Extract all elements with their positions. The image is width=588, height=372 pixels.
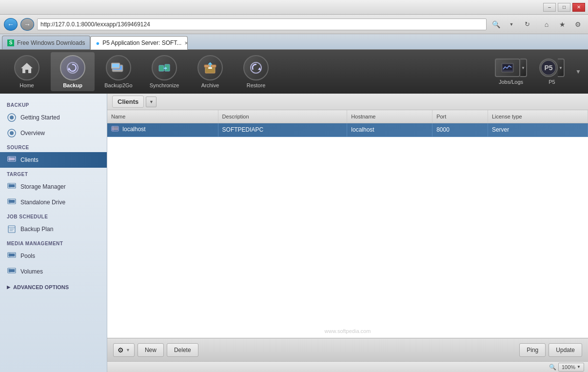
sidebar-label-clients: Clients bbox=[20, 157, 39, 163]
new-button[interactable]: New bbox=[137, 343, 164, 357]
table-body: localhost SOFTPEDIAPC localhost 8000 Ser… bbox=[107, 123, 588, 137]
sidebar-item-standalone-drive[interactable]: Standalone Drive bbox=[0, 195, 107, 210]
toolbar-p5-label: P5 bbox=[549, 79, 555, 85]
zoom-level: 100% bbox=[562, 364, 575, 370]
svg-text:P5: P5 bbox=[544, 64, 552, 72]
sidebar-section-target: TARGET bbox=[0, 168, 107, 179]
delete-button[interactable]: Delete bbox=[167, 343, 198, 357]
sidebar-label-standalone-drive: Standalone Drive bbox=[20, 199, 65, 206]
search-dropdown-icon[interactable]: ▼ bbox=[505, 18, 518, 31]
p5-dropdown-arrow[interactable]: ▼ bbox=[558, 59, 565, 77]
toolbar-restore-label: Restore bbox=[247, 82, 266, 88]
table-row[interactable]: localhost SOFTPEDIAPC localhost 8000 Ser… bbox=[107, 123, 588, 137]
cell-port: 8000 bbox=[432, 123, 488, 137]
panel-dropdown-button[interactable]: ▼ bbox=[146, 97, 157, 107]
table-header: Name Description Hostname Port License t… bbox=[107, 110, 588, 123]
home-nav-icon[interactable]: ⌂ bbox=[540, 18, 553, 31]
tab-free-windows[interactable]: S Free Windows Downloads bbox=[2, 36, 90, 49]
toolbar-backup-label: Backup bbox=[63, 82, 82, 88]
content-empty-space: www.softpedia.com bbox=[107, 222, 588, 338]
tab-favicon-2: ● bbox=[96, 39, 99, 46]
sidebar-section-backup: BACKUP bbox=[0, 98, 107, 110]
back-button[interactable]: ← bbox=[4, 18, 18, 31]
ping-button[interactable]: Ping bbox=[519, 343, 546, 357]
svg-point-21 bbox=[10, 131, 14, 135]
sidebar-section-job-schedule: JOB SCHEDULE bbox=[0, 210, 107, 221]
toolbar-backup2go[interactable]: Backup2Go bbox=[97, 52, 140, 91]
update-button[interactable]: Update bbox=[549, 343, 582, 357]
toolbar-home[interactable]: Home bbox=[5, 52, 49, 91]
bottom-action-bar: ⚙ ▼ New Delete Ping Update bbox=[107, 338, 588, 361]
col-name: Name bbox=[107, 110, 218, 123]
sidebar-label-volumes: Volumes bbox=[20, 268, 43, 275]
search-icon[interactable]: 🔍 bbox=[490, 18, 502, 31]
address-bar[interactable]: http://127.0.0.1:8000/lexxapp/1369469124 bbox=[37, 19, 487, 30]
new-button-label: New bbox=[145, 347, 157, 353]
sidebar-item-pools[interactable]: Pools bbox=[0, 248, 107, 264]
archive-icon bbox=[197, 55, 223, 80]
svg-marker-1 bbox=[68, 67, 71, 70]
sidebar-item-volumes[interactable]: Volumes bbox=[0, 264, 107, 279]
gear-dropdown-icon: ▼ bbox=[126, 348, 130, 352]
browser-titlebar: – □ ✕ bbox=[0, 0, 588, 15]
getting-started-icon bbox=[7, 113, 17, 122]
gear-button[interactable]: ⚙ ▼ bbox=[113, 343, 135, 357]
cell-hostname: localhost bbox=[347, 123, 432, 137]
titlebar-buttons: – □ ✕ bbox=[543, 3, 585, 12]
tab-p5-server[interactable]: ● P5 Application Server: SOFT... ✕ bbox=[90, 36, 188, 50]
close-button[interactable]: ✕ bbox=[572, 3, 585, 12]
toolbar-archive[interactable]: Archive bbox=[188, 52, 232, 91]
status-bar: 🔍 100% ▼ bbox=[107, 361, 588, 372]
sidebar-item-getting-started[interactable]: Getting Started bbox=[0, 110, 107, 125]
jobs-dropdown-arrow[interactable]: ▼ bbox=[520, 59, 527, 77]
toolbar-backup[interactable]: Backup bbox=[51, 52, 95, 91]
sidebar-item-clients[interactable]: Clients bbox=[0, 152, 107, 168]
panel-title: Clients bbox=[112, 96, 144, 108]
sidebar-item-overview[interactable]: Overview bbox=[0, 125, 107, 141]
synchronize-icon bbox=[152, 55, 177, 80]
sidebar-item-backup-plan[interactable]: Backup Plan bbox=[0, 221, 107, 237]
col-description: Description bbox=[218, 110, 347, 123]
home-icon bbox=[14, 55, 39, 80]
maximize-button[interactable]: □ bbox=[558, 3, 570, 12]
zoom-icon: 🔍 bbox=[549, 364, 556, 371]
toolbar-synchronize-label: Synchronize bbox=[150, 82, 179, 88]
toolbar-synchronize[interactable]: Synchronize bbox=[142, 52, 186, 91]
svg-marker-13 bbox=[258, 67, 261, 70]
tab-label-1: Free Windows Downloads bbox=[17, 39, 85, 46]
content-area: Clients ▼ Name Description Hostname Port… bbox=[107, 94, 588, 372]
refresh-icon[interactable]: ↻ bbox=[521, 18, 533, 31]
tab-favicon-1: S bbox=[7, 39, 14, 46]
tab-close-button[interactable]: ✕ bbox=[184, 39, 188, 46]
jobs-icon-group: ▼ bbox=[495, 59, 527, 77]
sidebar-label-backup-plan: Backup Plan bbox=[20, 226, 53, 233]
delete-button-label: Delete bbox=[174, 347, 191, 353]
app-toolbar: Home Backup Backup2Go bbox=[0, 50, 588, 94]
more-toolbar-button[interactable]: ▼ bbox=[573, 52, 583, 91]
sidebar-item-storage-manager[interactable]: Storage Manager bbox=[0, 179, 107, 195]
overview-icon bbox=[7, 128, 17, 138]
sidebar-label-storage-manager: Storage Manager bbox=[20, 183, 66, 190]
zoom-control[interactable]: 100% ▼ bbox=[558, 363, 584, 372]
toolbar-backup2go-label: Backup2Go bbox=[104, 82, 132, 88]
pools-icon bbox=[7, 251, 17, 261]
data-table: Name Description Hostname Port License t… bbox=[107, 110, 588, 222]
toolbar-restore[interactable]: Restore bbox=[234, 52, 278, 91]
toolbar-jobs-logs[interactable]: ▼ Jobs/Logs bbox=[491, 52, 530, 91]
p5-icon: P5 bbox=[539, 59, 558, 77]
tab-label-2: P5 Application Server: SOFT... bbox=[102, 39, 181, 46]
sidebar-section-source: SOURCE bbox=[0, 141, 107, 152]
toolbar-jobs-label: Jobs/Logs bbox=[499, 79, 523, 85]
content-header: Clients ▼ bbox=[107, 94, 588, 110]
svg-rect-5 bbox=[112, 64, 119, 67]
cell-description: SOFTPEDIAPC bbox=[218, 123, 347, 137]
forward-button[interactable]: → bbox=[20, 18, 34, 31]
favorites-icon[interactable]: ★ bbox=[556, 18, 568, 31]
toolbar-p5[interactable]: P5 ▼ P5 bbox=[532, 52, 571, 91]
advanced-options[interactable]: ▶ ADVANCED OPTIONS bbox=[0, 279, 107, 295]
svg-rect-6 bbox=[159, 65, 164, 71]
minimize-button[interactable]: – bbox=[543, 3, 556, 12]
zoom-dropdown-icon: ▼ bbox=[577, 365, 581, 369]
settings-icon[interactable]: ⚙ bbox=[571, 18, 584, 31]
row-name: localhost bbox=[122, 126, 145, 133]
